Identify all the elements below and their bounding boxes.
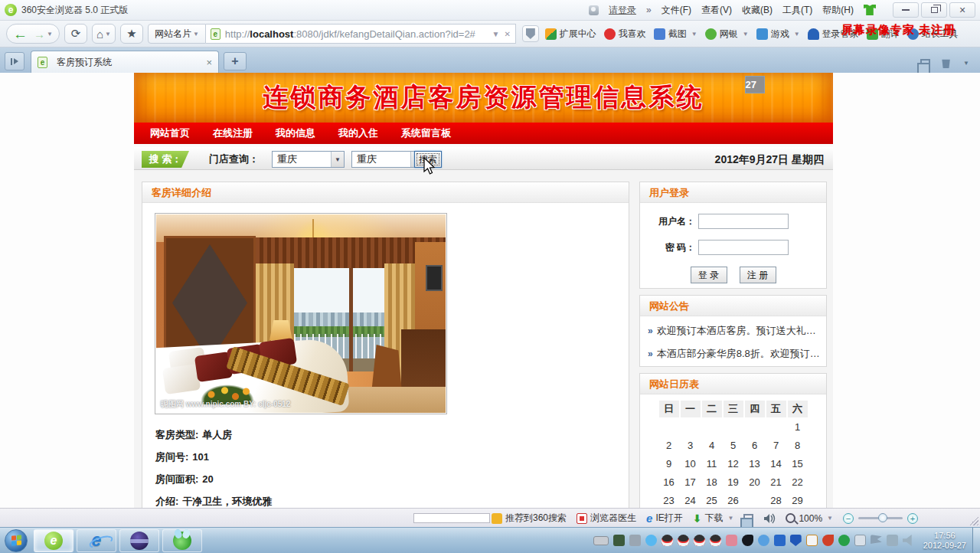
tab-close-icon[interactable]: × [206, 57, 212, 68]
nav-my-info[interactable]: 我的信息 [264, 123, 327, 144]
url-text[interactable]: http://localhost:8080/jdkf/kefangDetailQ… [225, 28, 488, 40]
refresh-button[interactable]: ⟳ [64, 24, 87, 44]
shield-tray-icon[interactable] [790, 535, 802, 546]
i-like-button[interactable]: 我喜欢 [604, 28, 646, 41]
open-in-ie-button[interactable]: e IE打开 [646, 512, 683, 525]
v-tray-icon[interactable] [774, 535, 786, 546]
taskbar-app-eclipse[interactable] [119, 529, 159, 552]
minimize-button[interactable] [893, 2, 919, 18]
taskbar-clock[interactable]: 17:56 2012-09-27 [920, 531, 972, 551]
bird-tray-icon[interactable] [645, 535, 657, 546]
qq-tray-icon[interactable] [710, 535, 721, 546]
calendar-day: 25 [702, 492, 722, 508]
speaker-icon[interactable] [763, 513, 776, 524]
taskbar-app-360browser[interactable]: e [34, 529, 74, 552]
main-nav: 网站首页 在线注册 我的信息 我的入住 系统留言板 [134, 123, 833, 144]
comma-tray-icon[interactable] [758, 535, 769, 546]
menu-help[interactable]: 帮助(H) [822, 4, 854, 17]
zoom-dropdown-icon[interactable]: ▼ [827, 515, 833, 522]
notebook-tray-icon[interactable] [806, 535, 818, 546]
username-field[interactable] [698, 214, 789, 229]
address-bar[interactable]: e http://localhost:8080/jdkf/kefangDetai… [206, 24, 516, 44]
window-title: 360安全浏览器 5.0 正式版 [21, 4, 128, 17]
tab-stack-icon[interactable] [920, 59, 930, 67]
couple-tray-icon[interactable] [726, 535, 737, 546]
nav-my-checkin[interactable]: 我的入住 [327, 123, 390, 144]
download-button[interactable]: ⬇ 下载 ▼ [693, 512, 734, 525]
zoom-level-button[interactable]: 100% ▼ [786, 513, 833, 524]
nav-message-board[interactable]: 系统留言板 [390, 123, 462, 144]
zoom-slider[interactable] [858, 517, 903, 519]
screenshot-button[interactable]: 截图▼ [654, 28, 697, 41]
swan-tray-icon[interactable] [742, 535, 753, 546]
calendar-day: 20 [745, 473, 765, 491]
show-desktop-button[interactable] [972, 528, 980, 553]
login-button[interactable]: 登 录 [691, 267, 727, 283]
notice-item[interactable]: »本酒店部分豪华房8.8折。欢迎预订… [640, 339, 826, 362]
security-shield-icon[interactable] [522, 25, 539, 42]
forward-button[interactable]: → [34, 28, 45, 41]
calendar-day [659, 418, 679, 436]
screen-recorder-tray-icon[interactable] [613, 535, 625, 546]
resize-grip[interactable] [969, 516, 978, 525]
room-number-line: 房间号:101 [155, 452, 629, 462]
download-dropdown-icon[interactable]: ▼ [727, 515, 733, 522]
zoom-in-button[interactable]: + [907, 513, 918, 524]
favorites-star-button[interactable]: ★ [120, 24, 143, 44]
qq-tray-icon[interactable] [662, 535, 673, 546]
notice-item[interactable]: »欢迎预订本酒店客房。预订送大礼… [640, 316, 826, 339]
register-button[interactable]: 注 册 [740, 267, 776, 283]
volume-tray-icon[interactable] [903, 535, 914, 546]
webpage: 连锁商务酒店客房资源管理信息系统 网站首页 在线注册 我的信息 我的入住 系统留… [134, 73, 833, 508]
scheduler-tray-icon[interactable] [854, 535, 866, 546]
menu-view[interactable]: 查看(V) [701, 4, 732, 17]
new-tab-button[interactable]: + [224, 52, 247, 70]
tab-list-icon[interactable] [5, 52, 24, 70]
back-button[interactable]: ← [13, 27, 28, 41]
flame-tray-icon[interactable] [822, 535, 834, 546]
restore-button[interactable] [921, 2, 947, 18]
nav-register[interactable]: 在线注册 [201, 123, 264, 144]
trash-icon[interactable] [941, 57, 951, 68]
nav-home[interactable]: 网站首页 [139, 123, 201, 144]
recommend-360-button[interactable]: 推荐到360搜索 [492, 512, 567, 525]
start-button[interactable] [5, 529, 28, 552]
menu-tools[interactable]: 工具(T) [782, 4, 812, 17]
login-link[interactable]: 请登录 [609, 4, 636, 17]
url-clear-icon[interactable]: ✕ [504, 30, 510, 38]
browser-doctor-button[interactable]: 浏览器医生 [577, 512, 636, 525]
menu-file[interactable]: 文件(F) [662, 4, 691, 17]
home-button[interactable]: ⌂▼ [92, 24, 116, 44]
taskbar-app-ie[interactable]: e [77, 529, 116, 552]
forward-history-icon[interactable]: ▼ [47, 31, 53, 38]
input-method-tray-icon[interactable] [593, 536, 609, 545]
close-button[interactable]: × [949, 2, 975, 18]
window-switch-icon[interactable] [743, 514, 753, 522]
online-bank-button[interactable]: 网银▼ [705, 28, 749, 41]
site-card-button[interactable]: 网站名片▼ [148, 24, 206, 44]
skin-theme-icon[interactable] [864, 5, 876, 15]
clipboard-tray-icon[interactable] [629, 535, 641, 546]
url-dropdown-icon[interactable]: ▼ [492, 30, 500, 38]
zoom-slider-thumb[interactable] [878, 513, 887, 522]
menu-overflow-icon[interactable]: » [646, 5, 652, 15]
store-select-2[interactable]: 重庆 ▼ [351, 151, 424, 168]
password-field[interactable] [698, 240, 789, 255]
extension-center-button[interactable]: 扩展中心 [545, 28, 596, 41]
network-tray-icon[interactable] [887, 535, 898, 546]
weekday-header: 六 [788, 401, 808, 417]
menu-favorites[interactable]: 收藏(B) [742, 4, 773, 17]
weekday-header: 四 [745, 401, 765, 417]
taskbar-app-media[interactable] [162, 529, 202, 552]
store-select-1[interactable]: 重庆 ▼ [272, 151, 345, 168]
flag-tray-icon[interactable] [871, 535, 882, 546]
zoom-out-button[interactable]: − [843, 513, 854, 524]
trash-dropdown-icon[interactable]: ▼ [963, 60, 969, 67]
qq-tray-icon[interactable] [694, 535, 705, 546]
games-button[interactable]: 游戏▼ [756, 28, 800, 41]
sync-tray-icon[interactable] [838, 535, 850, 546]
tab-room-booking[interactable]: e 客房预订系统 × [31, 51, 219, 73]
calendar-day: 28 [766, 492, 786, 508]
qq-tray-icon[interactable] [678, 535, 689, 546]
camera-icon [654, 28, 665, 40]
